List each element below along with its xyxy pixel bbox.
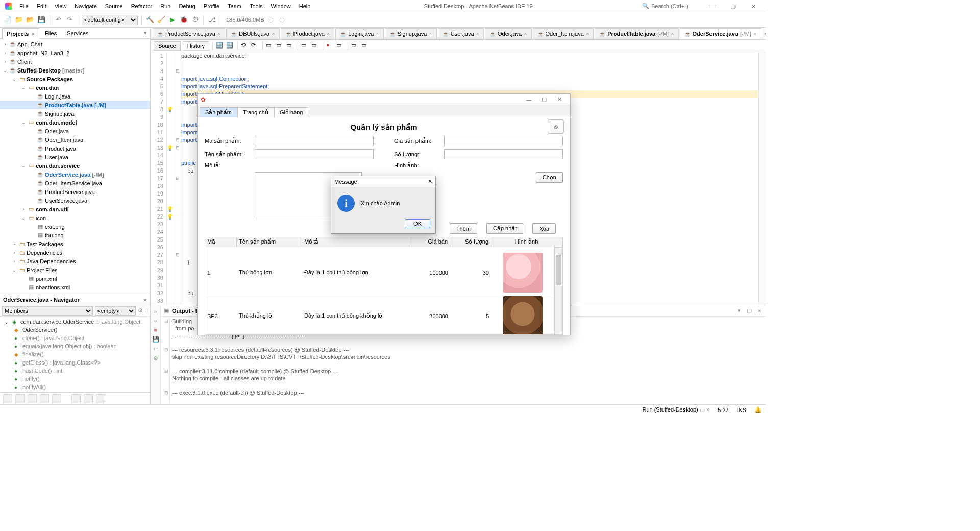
services-tab[interactable]: Services xyxy=(62,28,93,38)
close-icon[interactable]: × xyxy=(30,31,34,37)
editor-tab[interactable]: ☕DBUtils.java× xyxy=(226,28,279,39)
col-ten[interactable]: Tên sản phẩm xyxy=(237,237,302,247)
tree-project[interactable]: App_Chat xyxy=(17,41,42,47)
col-img[interactable]: Hình ảnh xyxy=(491,237,562,247)
output-wrap-icon[interactable]: ↩ xyxy=(153,346,158,352)
menu-debug[interactable]: Debug xyxy=(175,0,199,12)
tree-package[interactable]: com.dan.util xyxy=(36,206,69,212)
exit-button[interactable]: ⎋ xyxy=(548,119,564,134)
col-mota[interactable]: Mô tả xyxy=(302,237,409,247)
tab-san-pham[interactable]: Sản phẩm xyxy=(200,107,237,117)
col-ma[interactable]: Mã xyxy=(205,237,237,247)
input-gia[interactable] xyxy=(444,136,563,146)
editor-tab[interactable]: ☕ProductTable.java [-/M]× xyxy=(595,28,678,39)
toolbar-icon[interactable]: ▭ xyxy=(311,42,320,50)
menu-run[interactable]: Run xyxy=(156,0,175,12)
menu-tools[interactable]: Tools xyxy=(246,0,267,12)
tree-test-packages[interactable]: Test Packages xyxy=(27,241,63,247)
col-gia[interactable]: Giá bán xyxy=(409,237,450,247)
tree-file[interactable]: User.java xyxy=(45,154,68,160)
filter-btn[interactable] xyxy=(96,394,105,403)
undo-icon[interactable]: ↶ xyxy=(54,15,63,25)
menu-source[interactable]: Source xyxy=(101,0,127,12)
editor-tab[interactable]: ☕Oder_Item.java× xyxy=(533,28,594,39)
error-stripe[interactable] xyxy=(758,52,766,305)
tree-project[interactable]: Stuffed-Desktop [master] xyxy=(17,67,84,74)
git-icon[interactable]: ⎇ xyxy=(207,15,216,25)
tree-project[interactable]: appchat_N2_Lan3_2 xyxy=(17,50,69,56)
tree-file[interactable]: ProductService.java xyxy=(45,189,95,195)
output-settings-icon[interactable]: ⚙ xyxy=(153,355,158,362)
menu-window[interactable]: Window xyxy=(267,0,295,12)
window-close-icon[interactable]: ✕ xyxy=(743,0,764,12)
toolbar-icon[interactable]: 🔜 xyxy=(226,42,234,50)
filter-btn[interactable] xyxy=(71,394,81,403)
input-soluong[interactable] xyxy=(444,149,563,159)
output-save-icon[interactable]: 💾 xyxy=(152,336,159,343)
editor-tab-active[interactable]: ☕OderService.java [-/M]× xyxy=(680,28,762,39)
window-maximize-icon[interactable]: ▢ xyxy=(536,96,552,103)
toolbar-icon[interactable]: ▭ xyxy=(351,42,359,50)
tree-package[interactable]: com.dan.service xyxy=(36,163,80,169)
ok-button[interactable]: OK xyxy=(405,219,430,228)
source-view[interactable]: Source xyxy=(154,41,181,51)
window-minimize-icon[interactable]: — xyxy=(521,96,536,103)
tree-source-packages[interactable]: Source Packages xyxy=(27,76,73,82)
editor-tab[interactable]: ☕ProductService.java× xyxy=(153,28,225,39)
run-icon[interactable]: ▶ xyxy=(168,15,177,25)
maximize-icon[interactable]: ▢ xyxy=(745,307,753,314)
save-all-icon[interactable]: 💾 xyxy=(37,15,46,25)
close-icon[interactable]: × xyxy=(756,308,763,314)
editor-tab[interactable]: ☕Login.java× xyxy=(335,28,384,39)
config-select[interactable]: <default config> xyxy=(82,15,138,25)
build-icon[interactable]: 🔨 xyxy=(145,15,155,25)
tree-file[interactable]: Oder_ItemService.java xyxy=(45,180,102,186)
search-input[interactable] xyxy=(651,3,702,9)
menu-team[interactable]: Team xyxy=(224,0,246,12)
table-scrollbar[interactable] xyxy=(555,247,563,335)
tree-java-dependencies[interactable]: Java Dependencies xyxy=(27,258,76,264)
menu-file[interactable]: File xyxy=(15,0,33,12)
navigator-tree[interactable]: ⌄◉com.dan.service.OderService :: java.la… xyxy=(0,317,150,392)
tree-file[interactable]: nbactions.xml xyxy=(36,284,70,291)
gc-icon[interactable]: ◌ xyxy=(266,15,276,25)
toolbar-icon[interactable]: 🔙 xyxy=(216,42,224,50)
toolbar-icon[interactable]: ⟳ xyxy=(251,42,259,50)
tree-project-files[interactable]: Project Files xyxy=(27,267,58,273)
toolbar-icon[interactable]: ▭ xyxy=(276,42,284,50)
open-project-icon[interactable]: 📂 xyxy=(26,15,35,25)
toolbar-icon[interactable]: ▭ xyxy=(266,42,274,50)
tree-file[interactable]: Oder.java xyxy=(45,128,69,134)
filter-btn[interactable] xyxy=(52,394,61,403)
tree-project[interactable]: Client xyxy=(17,59,32,65)
filter-icon[interactable]: ⚙ xyxy=(138,307,143,314)
tree-package[interactable]: com.dan xyxy=(36,85,59,91)
close-icon[interactable]: × xyxy=(217,31,220,37)
tree-dependencies[interactable]: Dependencies xyxy=(27,250,62,256)
col-sl[interactable]: Số lượng xyxy=(450,237,491,247)
tree-file[interactable]: pom.xml xyxy=(36,276,57,282)
new-file-icon[interactable]: 📄 xyxy=(3,15,12,25)
tree-file[interactable]: Login.java xyxy=(45,93,70,100)
members-select[interactable]: Members xyxy=(2,306,93,316)
tree-file-selected[interactable]: ProductTable.java [-/M] xyxy=(45,102,106,108)
stop-icon[interactable]: ◌ xyxy=(278,15,287,25)
filter-btn[interactable] xyxy=(3,394,12,403)
projects-tab[interactable]: Projects × xyxy=(2,28,39,39)
filter-btn[interactable] xyxy=(15,394,24,403)
tree-package[interactable]: com.dan.model xyxy=(36,119,77,126)
input-tensanpham[interactable] xyxy=(255,149,374,159)
tab-gio-hang[interactable]: Giỏ hàng xyxy=(274,107,309,117)
filter-btn[interactable] xyxy=(28,394,37,403)
filter-btn[interactable] xyxy=(84,394,93,403)
files-tab[interactable]: Files xyxy=(40,28,61,38)
tree-file[interactable]: Product.java xyxy=(45,146,76,152)
empty-select[interactable]: <empty> xyxy=(95,306,136,316)
menu-navigate[interactable]: Navigate xyxy=(70,0,101,12)
redo-icon[interactable]: ↷ xyxy=(65,15,74,25)
menu-refactor[interactable]: Refactor xyxy=(127,0,157,12)
delete-button[interactable]: Xóa xyxy=(532,223,556,234)
toolbar-icon[interactable]: ⟲ xyxy=(241,42,249,50)
record-icon[interactable]: ● xyxy=(326,42,334,50)
add-button[interactable]: Thêm xyxy=(450,223,477,234)
